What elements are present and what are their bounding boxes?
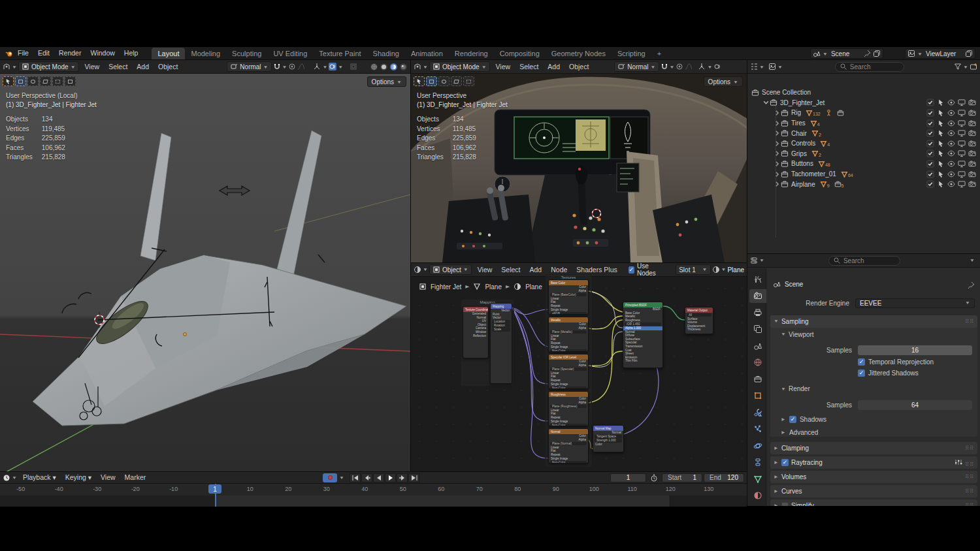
hide-viewport-icon[interactable] [947, 150, 955, 158]
show-gizmo-icon[interactable] [698, 63, 706, 71]
expand-icon[interactable] [774, 181, 781, 188]
select-box-tool-icon[interactable] [15, 76, 26, 86]
outliner-row-3d-fighter-jet[interactable]: 3D_Fighter_Jet [747, 98, 980, 108]
vpl-menu-select[interactable]: Select [104, 60, 132, 74]
node-base-color[interactable]: Base ColorColorAlphaPlane (BaseColor)Lin… [548, 279, 589, 315]
advanced-subpanel-header[interactable]: ▼Advanced [781, 429, 818, 436]
jittered-shadows-checkbox[interactable]: ✓ [858, 370, 865, 377]
properties-tab-material[interactable] [749, 489, 766, 503]
properties-tab-collection[interactable] [749, 372, 766, 386]
selectable-icon[interactable] [936, 150, 945, 158]
node-normal[interactable]: NormalColorAlphaPlane (Normal)LinearFlat… [548, 428, 589, 464]
properties-tab-modifiers[interactable] [749, 405, 766, 419]
overlays-icon[interactable] [329, 63, 336, 71]
sliders-icon[interactable] [955, 458, 962, 466]
workspace-tab-animation[interactable]: Animation [405, 48, 449, 59]
timeline-menu-keying[interactable]: Keying ▾ [61, 471, 96, 484]
temporal-reprojection-row[interactable]: ✓ Temporal Reprojection [858, 358, 934, 366]
pin-icon[interactable] [863, 50, 871, 57]
current-frame-badge[interactable]: 1 [208, 484, 221, 494]
outliner-row-controls[interactable]: Controls4 [747, 138, 980, 149]
raytracing-panel-header[interactable]: ▼ ✓ Raytracing ⠿⠿ [770, 456, 977, 469]
hide-viewport-icon[interactable] [947, 108, 955, 117]
node-material-output[interactable]: Material OutputAllSurfaceVolumeDisplacem… [685, 307, 713, 334]
selectable-icon[interactable] [936, 170, 945, 178]
jump-to-start-button[interactable] [350, 473, 361, 482]
hide-viewport-icon[interactable] [947, 170, 955, 178]
outliner-row-rig[interactable]: Rig132 [747, 108, 980, 118]
menu-edit[interactable]: Edit [33, 46, 54, 60]
disable-render-icon[interactable] [968, 139, 976, 148]
vpr-menu-object[interactable]: Object [564, 60, 593, 74]
hide-viewport-icon[interactable] [947, 119, 955, 127]
temporal-reprojection-checkbox[interactable]: ✓ [858, 358, 865, 366]
disable-render-icon[interactable] [968, 180, 976, 189]
hide-viewport-icon[interactable] [947, 139, 955, 148]
disable-viewport-icon[interactable] [957, 150, 966, 158]
node-principled-bsdf[interactable]: Principled BSDFBSDFBase ColorMetallicRou… [623, 302, 663, 368]
node-normal-map[interactable]: Normal MapNormalTangent SpaceStrength 1.… [593, 425, 624, 452]
new-scene-icon[interactable] [873, 50, 881, 57]
vpl-menu-add[interactable]: Add [132, 60, 154, 74]
workspace-tab-[interactable]: + [651, 48, 667, 59]
properties-tab-view-layer[interactable] [749, 323, 766, 336]
shadows-subpanel-header[interactable]: ▼ ✓ Shadows [781, 416, 826, 423]
outliner[interactable]: ▼ ▼ Search ▼ Scene Collection3D_Fighter_… [747, 60, 980, 253]
vpl-menu-view[interactable]: View [80, 60, 105, 74]
scene-selector[interactable]: ▼ Scene [810, 48, 883, 59]
hide-viewport-icon[interactable] [947, 180, 955, 189]
timeline-menu-playback[interactable]: Playback ▾ [18, 471, 61, 484]
shading-wireframe-icon[interactable] [370, 63, 378, 71]
vpr-menu-select[interactable]: Select [515, 60, 543, 74]
overlays-icon[interactable] [713, 63, 721, 71]
proportional-edit-icon[interactable] [676, 63, 683, 71]
selectable-icon[interactable] [936, 159, 945, 168]
timeline-track[interactable] [0, 496, 747, 507]
snap-magnet-icon[interactable] [661, 63, 668, 71]
disable-viewport-icon[interactable] [957, 139, 966, 148]
menu-window[interactable]: Window [86, 46, 119, 60]
expand-icon[interactable] [774, 109, 781, 116]
properties-tab-output[interactable] [749, 306, 766, 319]
volumes-panel-header[interactable]: ▼Volumes⠿⠿ [770, 471, 977, 483]
viewport-3d-left[interactable]: ▼ Object Mode▼ ViewSelectAddObject Norma… [0, 60, 410, 471]
play-reverse-button[interactable] [373, 473, 384, 482]
viewport-subpanel-header[interactable]: ▼Viewport [781, 331, 814, 338]
display-mode-icon[interactable] [768, 63, 776, 71]
properties-tab-physics[interactable] [749, 439, 766, 452]
prev-keyframe-button[interactable] [361, 473, 372, 482]
clock-icon[interactable] [3, 474, 10, 482]
outliner-row-scene-collection[interactable]: Scene Collection [747, 87, 980, 98]
checkbox-icon[interactable] [926, 170, 934, 178]
xray-icon[interactable] [350, 63, 357, 71]
expand-icon[interactable] [774, 160, 781, 167]
disable-viewport-icon[interactable] [957, 99, 966, 107]
select-circle-tool-icon[interactable] [438, 76, 449, 86]
node-specular-ior-level[interactable]: Specular IOR LevelColorAlphaPlane (Specu… [548, 354, 589, 389]
curves-panel-header[interactable]: ▼Curves⠿⠿ [770, 485, 977, 497]
properties-tab-object[interactable] [749, 389, 766, 403]
disable-viewport-icon[interactable] [957, 129, 966, 138]
simplify-checkbox[interactable]: ✓ [781, 502, 789, 506]
disable-viewport-icon[interactable] [957, 180, 966, 189]
editor-type-icon[interactable] [414, 63, 421, 71]
timeline-menu-view[interactable]: View [96, 471, 120, 484]
properties-tab-particles[interactable] [749, 422, 766, 436]
workspace-tab-layout[interactable]: Layout [152, 48, 185, 59]
new-viewlayer-icon[interactable] [965, 50, 973, 57]
render-samples-field[interactable]: 64 [858, 400, 972, 410]
disable-render-icon[interactable] [968, 129, 976, 138]
checkbox-icon[interactable] [926, 119, 934, 127]
workspace-tab-compositing[interactable]: Compositing [494, 48, 546, 59]
checkbox-icon[interactable] [926, 159, 934, 168]
expand-icon[interactable] [774, 130, 781, 137]
outliner-row-chair[interactable]: Chair2 [747, 128, 980, 138]
properties-tab-data[interactable] [749, 472, 766, 486]
checkbox-icon[interactable] [926, 139, 934, 148]
selectable-icon[interactable] [936, 180, 945, 189]
menu-file[interactable]: File [13, 46, 33, 60]
tweak-tool-icon[interactable] [414, 76, 425, 86]
properties-tab-tool[interactable] [749, 272, 766, 286]
editor-type-icon[interactable] [750, 257, 758, 264]
current-frame-field[interactable]: 1 [610, 473, 646, 482]
